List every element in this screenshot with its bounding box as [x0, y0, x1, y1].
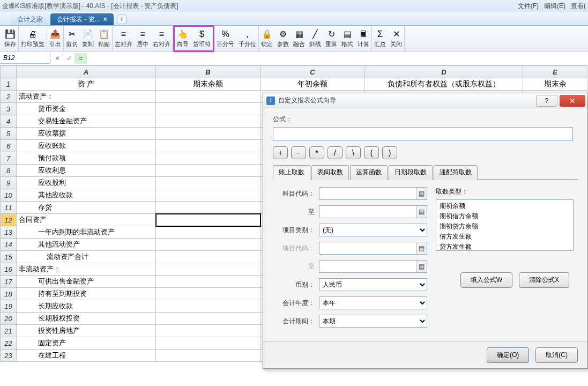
row-head[interactable]: 11: [1, 202, 17, 214]
cell[interactable]: [156, 288, 260, 300]
cell[interactable]: 非流动资产：: [17, 263, 156, 276]
project-code-to-input[interactable]: [319, 261, 416, 272]
tool-格式[interactable]: ▤格式: [339, 27, 355, 50]
row-head[interactable]: 13: [1, 226, 17, 239]
tool-斜线[interactable]: ╱斜线: [307, 27, 323, 50]
tool-千分位[interactable]: ,千分位: [236, 27, 258, 50]
row-head[interactable]: 14: [1, 239, 17, 251]
fiscal-period-select[interactable]: 本期: [319, 315, 427, 328]
dlg-tab-2[interactable]: 运算函数: [350, 165, 388, 180]
cell[interactable]: [156, 165, 260, 177]
cell[interactable]: 一年内到期的非流动资产: [17, 226, 156, 239]
row-head[interactable]: 17: [1, 276, 17, 288]
op-/[interactable]: /: [328, 146, 343, 159]
tool-参数[interactable]: ⚙参数: [275, 27, 291, 50]
tool-向导[interactable]: 👆向导: [175, 27, 191, 50]
tool-融合[interactable]: ▦融合: [291, 27, 307, 50]
confirm-icon[interactable]: ✓: [63, 53, 75, 64]
col-head-B[interactable]: B: [156, 66, 260, 78]
cell[interactable]: 流动资产：: [17, 91, 156, 103]
cell[interactable]: 长期应收款: [17, 300, 156, 313]
cell[interactable]: [156, 177, 260, 189]
op-)[interactable]: ): [382, 146, 397, 159]
project-code-input[interactable]: [319, 242, 416, 254]
cell[interactable]: 持有至到期投资: [17, 288, 156, 300]
row-head[interactable]: 4: [1, 115, 17, 128]
cell[interactable]: [156, 239, 260, 251]
lookup-icon[interactable]: ▤: [416, 242, 427, 254]
row-head[interactable]: 8: [1, 165, 17, 177]
subject-code-input[interactable]: [319, 188, 416, 199]
row-head[interactable]: 16: [1, 263, 17, 276]
cell[interactable]: 长期股权投资: [17, 313, 156, 325]
fiscal-year-select[interactable]: 本年: [319, 296, 427, 309]
cell[interactable]: 应收账款: [17, 140, 156, 152]
cell[interactable]: 预付款项: [17, 152, 156, 165]
cell[interactable]: 货币资金: [17, 103, 156, 115]
row-head[interactable]: 21: [1, 325, 17, 337]
cell[interactable]: [156, 337, 260, 350]
cancel-icon[interactable]: ✕: [51, 53, 63, 64]
col-head-D[interactable]: D: [365, 66, 523, 78]
row-head[interactable]: 6: [1, 140, 17, 152]
dlg-tab-4[interactable]: 通配符取数: [434, 165, 478, 180]
lookup-icon[interactable]: ▤: [416, 188, 427, 199]
formula-input[interactable]: [273, 127, 573, 141]
op-+[interactable]: +: [273, 146, 288, 159]
name-box[interactable]: B12: [0, 53, 50, 64]
ok-button[interactable]: 确定(O): [487, 347, 529, 363]
cell[interactable]: 在建工程: [17, 350, 156, 362]
row-head[interactable]: 1: [1, 78, 17, 91]
tab-report[interactable]: 会计报表 - 资... ×: [50, 13, 114, 25]
tool-引出[interactable]: 📤引出: [47, 27, 63, 50]
cell[interactable]: [156, 226, 260, 239]
cell[interactable]: 可供出售金融资产: [17, 276, 156, 288]
cell[interactable]: [156, 251, 260, 263]
col-head-A[interactable]: A: [17, 66, 156, 78]
row-head[interactable]: 9: [1, 177, 17, 189]
header-cell[interactable]: 年初余额: [260, 78, 365, 91]
cell[interactable]: 投资性房地产: [17, 325, 156, 337]
op-([interactable]: (: [364, 146, 379, 159]
tool-粘贴[interactable]: 📋粘贴: [96, 27, 112, 50]
type-item[interactable]: 借方发生额: [437, 232, 572, 242]
cell[interactable]: 应收股利: [17, 177, 156, 189]
row-head[interactable]: 12: [1, 214, 17, 226]
op-*[interactable]: *: [309, 146, 324, 159]
cell[interactable]: 固定资产: [17, 337, 156, 350]
tool-打印预览[interactable]: 🖨打印预览: [19, 27, 47, 50]
cell[interactable]: [156, 152, 260, 165]
cell[interactable]: 其他应收款: [17, 189, 156, 202]
header-cell[interactable]: 负债和所有者权益（或股东权益）: [365, 78, 523, 91]
cell[interactable]: [156, 202, 260, 214]
dlg-tab-1[interactable]: 表间取数: [311, 165, 349, 180]
row-head[interactable]: 2: [1, 91, 17, 103]
row-head[interactable]: 20: [1, 313, 17, 325]
dlg-tab-0[interactable]: 账上取数: [273, 165, 310, 180]
row-head[interactable]: 7: [1, 152, 17, 165]
row-head[interactable]: 3: [1, 103, 17, 115]
row-head[interactable]: 19: [1, 300, 17, 313]
close-button[interactable]: ✕: [560, 95, 585, 107]
tab-home[interactable]: 会计之家: [11, 13, 49, 25]
cell[interactable]: [156, 128, 260, 140]
cell[interactable]: 流动资产合计: [17, 251, 156, 263]
dlg-tab-3[interactable]: 日期段取数: [389, 165, 433, 180]
help-button[interactable]: ?: [536, 95, 557, 107]
tool-关闭[interactable]: ✕关闭: [388, 27, 404, 50]
cancel-button[interactable]: 取消(C): [535, 347, 578, 363]
cell[interactable]: [156, 276, 260, 288]
sheet-corner[interactable]: [1, 66, 17, 78]
cell[interactable]: [156, 313, 260, 325]
clear-formula-button[interactable]: 清除公式X: [519, 272, 569, 288]
menu-view[interactable]: 查看(: [571, 2, 586, 11]
lookup-icon[interactable]: ▤: [416, 261, 427, 272]
project-type-select[interactable]: (无): [319, 224, 427, 236]
subject-code-to-input[interactable]: [319, 206, 416, 218]
cell[interactable]: 应收票据: [17, 128, 156, 140]
row-head[interactable]: 5: [1, 128, 17, 140]
equals-icon[interactable]: =: [75, 53, 87, 64]
op--[interactable]: -: [291, 146, 306, 159]
type-item[interactable]: 期初借方余额: [437, 211, 572, 221]
tool-百分号[interactable]: %百分号: [214, 27, 236, 50]
